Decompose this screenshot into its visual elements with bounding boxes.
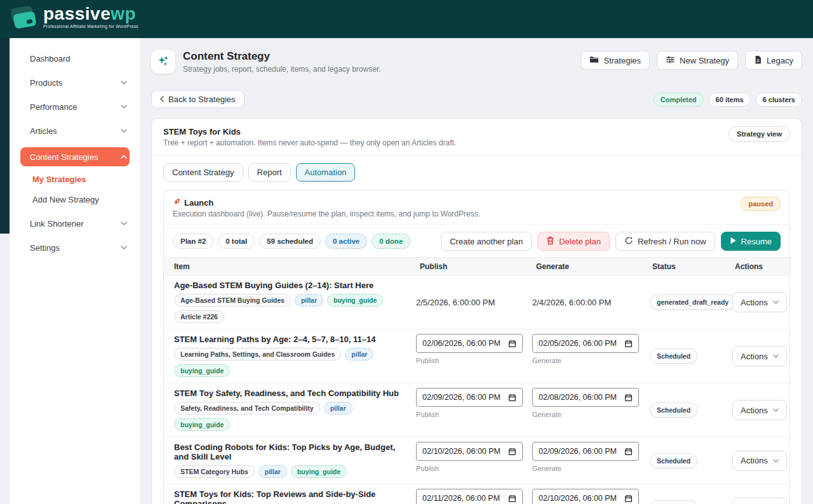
calendar-icon[interactable] xyxy=(624,394,633,402)
item-tag: Article #226 xyxy=(174,310,224,323)
publish-datetime-input[interactable]: 02/06/2026, 06:00 PM xyxy=(416,334,523,353)
sidebar-item-link-shortener[interactable]: Link Shortener xyxy=(20,216,130,231)
item-tag: buying_guide xyxy=(174,364,230,377)
calendar-icon[interactable] xyxy=(624,494,633,503)
generate-datetime-input[interactable]: 02/09/2026, 06:00 PM xyxy=(532,442,639,461)
generate-datetime-input[interactable]: 02/10/2026, 06:00 PM xyxy=(532,489,639,504)
page-title: Content Strategy xyxy=(183,50,270,63)
sidebar-subitem-add-new-strategy[interactable]: Add New Strategy xyxy=(20,193,130,207)
item-tag: buying_guide xyxy=(174,418,230,431)
calendar-icon[interactable] xyxy=(508,494,516,503)
delete-plan-button[interactable]: Delete plan xyxy=(537,232,610,251)
status-badge: Scheduled xyxy=(650,453,697,468)
item-title: Age-Based STEM Buying Guides (2–14): Sta… xyxy=(174,281,405,290)
column-header-publish: Publish xyxy=(412,262,528,271)
main-content: Content Strategy Strategy jobs, report, … xyxy=(141,38,813,504)
item-title: STEM Toys for Kids: Top Reviews and Side… xyxy=(174,489,405,504)
actions-dropdown-button[interactable]: Actions xyxy=(732,400,787,420)
calendar-icon[interactable] xyxy=(508,394,516,402)
item-tag: Age-Based STEM Buying Guides xyxy=(174,294,291,307)
publish-datetime-input[interactable]: 02/10/2026, 06:00 PM xyxy=(416,442,523,461)
page-subtitle: Strategy jobs, report, schedule, items, … xyxy=(183,65,381,74)
generate-datetime-text: 2/4/2026, 6:00:00 PM xyxy=(532,298,636,307)
item-tag: STEM Category Hubs xyxy=(174,465,255,478)
items-count-badge: 60 items xyxy=(709,93,751,107)
status-badge-completed: Completed xyxy=(654,93,704,107)
generate-field-label: Generate xyxy=(532,411,636,418)
generate-field-label: Generate xyxy=(532,357,636,364)
sidebar-item-performance[interactable]: Performance xyxy=(20,99,130,114)
sidebar-item-settings[interactable]: Settings xyxy=(20,240,130,255)
generate-cell: 02/10/2026, 06:00 PMGenerate xyxy=(528,484,645,504)
table-row: STEM Learning Paths by Age: 2–4, 5–7, 8–… xyxy=(164,329,789,383)
publish-datetime-input[interactable]: 02/11/2026, 06:00 PM xyxy=(416,489,523,504)
generate-cell: 02/08/2026, 06:00 PMGenerate xyxy=(528,383,645,437)
trash-icon xyxy=(546,236,554,247)
item-tag: buying_guide xyxy=(327,294,383,307)
actions-dropdown-button[interactable]: Actions xyxy=(732,346,787,366)
chevron-up-icon xyxy=(121,155,127,159)
sliders-icon xyxy=(666,55,675,66)
paused-badge: paused xyxy=(741,197,781,211)
item-tags: STEM Category Hubspillarbuying_guide xyxy=(174,465,405,478)
generate-datetime-input[interactable]: 02/05/2026, 06:00 PM xyxy=(532,334,639,353)
chevron-down-icon xyxy=(773,354,779,358)
refresh-run-now-button[interactable]: Refresh / Run now xyxy=(615,232,715,251)
publish-datetime-input[interactable]: 02/09/2026, 06:00 PM xyxy=(416,388,523,407)
calendar-icon[interactable] xyxy=(508,448,516,456)
refresh-icon xyxy=(624,236,633,247)
table-row: Age-Based STEM Buying Guides (2–14): Sta… xyxy=(164,275,789,329)
item-tag: buying_guide xyxy=(291,465,347,478)
plan-stats: Plan #2 0 total 59 scheduled 0 active 0 … xyxy=(173,234,410,249)
publish-cell: 02/06/2026, 06:00 PMPublish xyxy=(412,329,528,383)
generate-cell: 02/09/2026, 06:00 PMGenerate xyxy=(528,437,645,484)
item-tag: Learning Paths, Settings, and Classroom … xyxy=(174,348,341,361)
actions-dropdown-button[interactable]: Actions xyxy=(732,451,787,471)
tab-content-strategy[interactable]: Content Strategy xyxy=(163,163,243,182)
generate-field-label: Generate xyxy=(532,465,636,472)
strategy-tabs: Content Strategy Report Automation xyxy=(152,156,802,190)
item-tags: Learning Paths, Settings, and Classroom … xyxy=(174,348,405,377)
actions-dropdown-button[interactable]: Actions xyxy=(732,292,787,312)
column-header-actions: Actions xyxy=(727,262,789,271)
done-count-badge: 0 done xyxy=(372,234,410,249)
back-to-strategies-button[interactable]: Back to Strategies xyxy=(151,90,245,108)
sidebar-item-articles[interactable]: Articles xyxy=(20,123,130,138)
tab-automation[interactable]: Automation xyxy=(296,163,356,182)
sidebar-item-dashboard[interactable]: Dashboard xyxy=(20,51,130,66)
strategies-button[interactable]: Strategies xyxy=(581,51,650,70)
generate-datetime-input[interactable]: 02/08/2026, 06:00 PM xyxy=(532,388,639,407)
column-header-status: Status xyxy=(645,262,727,271)
sidebar-subitem-my-strategies[interactable]: My Strategies xyxy=(20,173,130,187)
sidebar-item-content-strategies[interactable]: Content Strategies xyxy=(20,147,130,166)
strategy-view-button[interactable]: Strategy view xyxy=(729,126,790,142)
publish-field-label: Publish xyxy=(416,465,520,472)
sidebar-item-products[interactable]: Products xyxy=(20,75,130,90)
resume-button[interactable]: Resume xyxy=(721,232,781,251)
item-title: Best Coding Robots for Kids: Top Picks b… xyxy=(174,442,405,461)
clusters-count-badge: 6 clusters xyxy=(756,93,802,107)
item-tag: Safety, Readiness, and Tech Compatibilit… xyxy=(174,402,320,414)
generate-cell: 02/05/2026, 06:00 PMGenerate xyxy=(528,329,645,383)
publish-field-label: Publish xyxy=(416,411,520,418)
tab-report[interactable]: Report xyxy=(248,163,291,182)
item-tag: pillar xyxy=(259,465,287,478)
chevron-down-icon xyxy=(121,222,127,225)
status-badge: Scheduled xyxy=(650,500,697,504)
new-strategy-button[interactable]: New Strategy xyxy=(657,51,738,70)
publish-field-label: Publish xyxy=(416,357,520,364)
calendar-icon[interactable] xyxy=(624,448,633,456)
legacy-button[interactable]: Legacy xyxy=(745,51,802,70)
status-badge: generated_draft_ready xyxy=(650,295,736,310)
document-icon xyxy=(754,55,762,66)
status-badge: Scheduled xyxy=(650,348,697,364)
calendar-icon[interactable] xyxy=(624,340,633,348)
column-header-item: Item xyxy=(164,262,412,271)
rocket-icon xyxy=(173,197,181,208)
actions-dropdown-button[interactable]: Actions xyxy=(732,498,787,504)
item-tags: Age-Based STEM Buying Guidespillarbuying… xyxy=(174,294,405,323)
brand-tagline: Professional Affiliate Marketing for Wor… xyxy=(43,24,138,29)
calendar-icon[interactable] xyxy=(508,340,516,348)
chevron-down-icon xyxy=(773,300,779,304)
create-another-plan-button[interactable]: Create another plan xyxy=(441,232,532,251)
